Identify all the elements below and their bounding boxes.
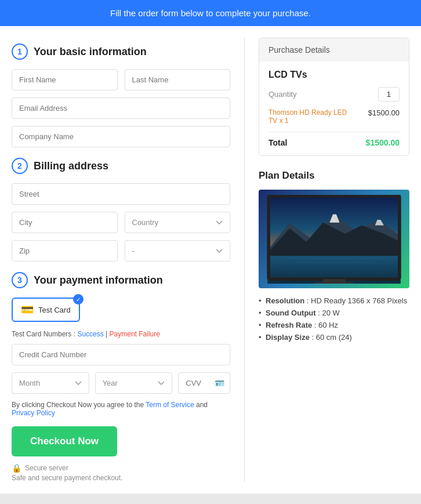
street-row — [12, 183, 230, 205]
quantity-value: 1 — [378, 87, 400, 101]
left-panel: 1 Your basic information 2 Billing addre… — [12, 38, 230, 482]
cvv-row: Month Year 🪪 — [12, 372, 230, 394]
quantity-row: Quantity 1 — [268, 87, 400, 101]
product-title: LCD TVs — [268, 70, 400, 80]
plan-feature-item: Resolution : HD Ready 1366 x 768 Pixels — [259, 296, 409, 305]
lock-icon: 🔒 — [12, 463, 21, 473]
svg-rect-10 — [323, 279, 345, 282]
company-input[interactable] — [12, 126, 230, 147]
section2-number: 2 — [12, 158, 28, 174]
checkout-button[interactable]: Checkout Now — [12, 426, 117, 456]
item-row: Thomson HD Ready LED TV x 1 $1500.00 — [268, 108, 400, 132]
street-input[interactable] — [12, 183, 230, 205]
card-check-icon: ✓ — [73, 294, 84, 304]
privacy-link[interactable]: Privacy Policy — [12, 409, 55, 417]
plan-details: Plan Details — [259, 170, 409, 342]
plan-features-list: Resolution : HD Ready 1366 x 768 PixelsS… — [259, 296, 409, 342]
section1-header: 1 Your basic information — [12, 43, 230, 60]
panel-divider — [244, 38, 245, 482]
city-input[interactable] — [12, 212, 118, 233]
section1-title: Your basic information — [34, 46, 147, 58]
month-select[interactable]: Month — [12, 372, 89, 394]
year-select[interactable]: Year — [95, 372, 173, 394]
success-link[interactable]: Success — [77, 330, 103, 338]
right-panel: Purchase Details LCD TVs Quantity 1 Thom… — [259, 38, 409, 482]
cvv-wrap: 🪪 — [178, 372, 230, 394]
svg-rect-11 — [315, 282, 354, 284]
name-row — [12, 69, 230, 90]
city-country-row: Country — [12, 212, 230, 233]
plan-feature-item: Refresh Rate : 60 Hz — [259, 321, 409, 329]
card-option[interactable]: 💳 Test Card ✓ — [12, 298, 80, 322]
quantity-label: Quantity — [268, 90, 296, 99]
card-icon: 💳 — [21, 303, 34, 316]
terms-text-label: By clicking Checkout Now you agree to th… — [12, 401, 144, 409]
total-price: $1500.00 — [366, 138, 400, 147]
email-input[interactable] — [12, 97, 230, 119]
secure-info: 🔒 Secure server — [12, 463, 230, 473]
item-price: $1500.00 — [368, 108, 400, 117]
country-select[interactable]: Country — [125, 212, 231, 233]
cc-number-input[interactable] — [12, 344, 230, 365]
banner-text: Fill the order form below to complete yo… — [110, 8, 311, 18]
secure-label: Secure server — [25, 464, 68, 472]
terms-text: By clicking Checkout Now you agree to th… — [12, 401, 230, 417]
zip-state-row: - — [12, 240, 230, 262]
purchase-details-body: LCD TVs Quantity 1 Thomson HD Ready LED … — [259, 61, 409, 155]
safe-text: Safe and secure payment checkout. — [12, 474, 230, 482]
test-card-label: Test Card Numbers : — [12, 330, 75, 338]
top-banner: Fill the order form below to complete yo… — [0, 0, 421, 26]
section3-number: 3 — [12, 272, 28, 288]
terms-and: and — [196, 401, 208, 409]
card-label: Test Card — [38, 306, 71, 314]
cvv-card-icon: 🪪 — [215, 379, 224, 388]
purchase-details-box: Purchase Details LCD TVs Quantity 1 Thom… — [259, 38, 409, 156]
company-row — [12, 126, 230, 147]
tv-image — [259, 190, 409, 288]
section2-title: Billing address — [34, 160, 108, 172]
total-row: Total $1500.00 — [268, 138, 400, 147]
plan-details-title: Plan Details — [259, 170, 409, 182]
test-card-note: Test Card Numbers : Success | Payment Fa… — [12, 330, 230, 338]
last-name-input[interactable] — [125, 69, 231, 90]
section1-number: 1 — [12, 43, 28, 60]
page-wrapper: Fill the order form below to complete yo… — [0, 0, 421, 494]
plan-feature-item: Sound Output : 20 W — [259, 309, 409, 317]
total-label: Total — [268, 138, 287, 147]
purchase-details-header: Purchase Details — [259, 38, 409, 61]
section3-header: 3 Your payment information — [12, 272, 230, 288]
cc-row — [12, 344, 230, 365]
item-name: Thomson HD Ready LED TV x 1 — [268, 108, 350, 125]
plan-feature-item: Display Size : 60 cm (24) — [259, 333, 409, 342]
email-row — [12, 97, 230, 119]
state-select[interactable]: - — [125, 240, 231, 262]
section3-title: Your payment information — [34, 274, 163, 287]
section2-header: 2 Billing address — [12, 158, 230, 174]
zip-input[interactable] — [12, 240, 118, 262]
terms-link[interactable]: Term of Service — [146, 401, 194, 409]
first-name-input[interactable] — [12, 69, 118, 90]
failure-link[interactable]: Payment Failure — [110, 330, 160, 338]
